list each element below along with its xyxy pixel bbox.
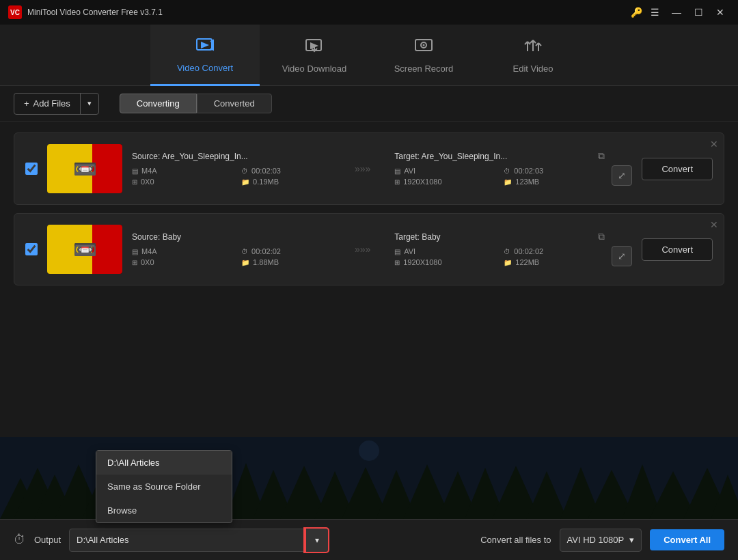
minimize-button[interactable]: —: [667, 4, 686, 20]
file-1-source-resolution: ⊞ 0X0: [132, 178, 233, 186]
file-1-source-format: ▤ M4A: [132, 167, 233, 175]
nav-video-convert-label: Video Convert: [177, 63, 233, 73]
file-2-source-label: Source: Baby: [132, 232, 342, 242]
format-icon: ▤: [132, 167, 138, 175]
file-2-target: ⧉ Target: Baby ▤ AVI ⏱ 00:02:02 ⊞ 19: [394, 232, 605, 266]
convert-all-files-label: Convert all files to: [480, 535, 551, 545]
f2-target-clock-icon: ⏱: [504, 248, 510, 255]
f2-size-icon: 📁: [241, 259, 249, 266]
add-files-label: Add Files: [33, 98, 70, 109]
f2-format-icon: ▤: [132, 248, 138, 255]
file-1-thumbnail: 📼: [47, 144, 122, 193]
nav-edit-video[interactable]: Edit Video: [478, 25, 588, 86]
license-key-icon[interactable]: 🔑: [631, 7, 642, 18]
file-2-source-resolution: ⊞ 0X0: [132, 258, 233, 266]
edit-video-icon: [523, 36, 543, 59]
tab-group: Converting Converted: [120, 94, 272, 113]
file-card-1: 📼 Source: Are_You_Sleeping_In... ▤ M4A ⏱…: [14, 132, 724, 205]
convert-all-button[interactable]: Convert All: [650, 529, 724, 550]
file-2-target-format: ▤ AVI: [394, 247, 495, 255]
menu-button[interactable]: ☰: [645, 4, 664, 20]
file-2-target-label: Target: Baby: [394, 232, 605, 242]
target-format-icon: ▤: [394, 167, 400, 175]
clock-icon: ⏱: [241, 167, 248, 175]
file-1-target-meta: ▤ AVI ⏱ 00:02:03 ⊞ 1920X1080 📁 123MB: [394, 167, 605, 186]
arrow-divider-1: »»»: [349, 162, 387, 176]
format-value: AVI HD 1080P: [567, 535, 625, 545]
file-1-target-label: Target: Are_You_Sleeping_In...: [394, 152, 605, 161]
tab-converting[interactable]: Converting: [120, 94, 197, 113]
size-icon: 📁: [241, 178, 249, 186]
main-content: 📼 Source: Are_You_Sleeping_In... ▤ M4A ⏱…: [0, 122, 738, 456]
title-bar-controls: 🔑 ☰ — ☐ ✕: [631, 4, 730, 20]
app-title: MiniTool Video Converter Free v3.7.1: [27, 8, 163, 17]
file-2-convert-button[interactable]: Convert: [642, 238, 713, 261]
add-files-button[interactable]: + Add Files ▾: [14, 93, 99, 115]
dropdown-item-same-as-source[interactable]: Same as Source Folder: [96, 475, 232, 499]
dropdown-item-all-articles[interactable]: D:\All Articles: [96, 451, 232, 475]
file-1-convert-button[interactable]: Convert: [642, 158, 713, 180]
title-bar-left: VC MiniTool Video Converter Free v3.7.1: [8, 5, 163, 19]
format-select[interactable]: AVI HD 1080P ▾: [560, 529, 642, 552]
file-1-close-button[interactable]: ✕: [710, 139, 718, 150]
file-1-source-label: Source: Are_You_Sleeping_In...: [132, 152, 342, 161]
target-size-icon: 📁: [504, 178, 512, 186]
bottom-bar: ⏱ Output ▾ Convert all files to AVI HD 1…: [0, 519, 738, 560]
close-button[interactable]: ✕: [711, 4, 730, 20]
dropdown-item-browse[interactable]: Browse: [96, 499, 232, 522]
nav-video-convert[interactable]: Video Convert: [150, 25, 260, 86]
svg-point-4: [423, 44, 425, 46]
file-2-target-resolution: ⊞ 1920X1080: [394, 258, 495, 266]
target-clock-icon: ⏱: [504, 167, 510, 175]
svg-text:»»»: »»»: [355, 163, 371, 174]
cassette-icon-2: 📼: [73, 238, 97, 261]
f2-target-res-icon: ⊞: [394, 259, 400, 266]
add-files-dropdown-arrow[interactable]: ▾: [81, 94, 98, 114]
file-1-target-resolution: ⊞ 1920X1080: [394, 178, 495, 186]
file-2-resize-button[interactable]: ⤢: [612, 246, 632, 266]
file-2-source: Source: Baby ▤ M4A ⏱ 00:02:02 ⊞ 0X0: [132, 232, 342, 266]
output-path-wrap: ▾: [69, 529, 329, 552]
f2-target-size-icon: 📁: [504, 259, 512, 266]
title-bar: VC MiniTool Video Converter Free v3.7.1 …: [0, 0, 738, 25]
toolbar: + Add Files ▾ Converting Converted: [0, 86, 738, 122]
video-download-icon: [305, 36, 324, 59]
f2-target-format-icon: ▤: [394, 248, 400, 255]
output-path-input[interactable]: [70, 535, 305, 545]
file-1-checkbox[interactable]: [25, 163, 38, 175]
file-2-thumbnail: 📼: [47, 225, 122, 274]
nav-bar: Video Convert Video Download Screen Reco…: [0, 25, 738, 86]
file-2-source-size: 📁 1.88MB: [241, 258, 342, 266]
file-2-info: Source: Baby ▤ M4A ⏱ 00:02:02 ⊞ 0X0: [132, 232, 632, 266]
file-1-target-size: 📁 123MB: [504, 178, 605, 186]
file-2-target-meta: ▤ AVI ⏱ 00:02:02 ⊞ 1920X1080 📁 122MB: [394, 247, 605, 266]
maximize-button[interactable]: ☐: [689, 4, 708, 20]
f2-clock-icon: ⏱: [241, 248, 248, 255]
file-2-close-button[interactable]: ✕: [710, 219, 718, 230]
add-files-main[interactable]: + Add Files: [14, 94, 81, 114]
nav-screen-record[interactable]: Screen Record: [369, 25, 478, 86]
file-1-resize-button[interactable]: ⤢: [612, 165, 632, 186]
f2-res-icon: ⊞: [132, 259, 137, 266]
file-1-target: ⧉ Target: Are_You_Sleeping_In... ▤ AVI ⏱…: [394, 152, 605, 186]
file-1-target-edit-button[interactable]: ⧉: [598, 150, 605, 162]
file-2-target-edit-button[interactable]: ⧉: [598, 231, 605, 242]
nav-edit-video-label: Edit Video: [512, 64, 553, 74]
target-resolution-icon: ⊞: [394, 178, 400, 186]
output-dropdown-button[interactable]: ▾: [305, 529, 328, 552]
file-2-target-duration: ⏱ 00:02:02: [504, 247, 605, 255]
plus-icon: +: [24, 98, 29, 109]
format-arrow-icon: ▾: [629, 535, 634, 545]
file-card-2: 📼 Source: Baby ▤ M4A ⏱ 00:02:02: [14, 213, 724, 285]
app-logo: VC: [8, 5, 22, 19]
nav-screen-record-label: Screen Record: [394, 64, 454, 74]
file-2-source-meta: ▤ M4A ⏱ 00:02:02 ⊞ 0X0 📁 1.88MB: [132, 247, 342, 266]
file-1-source-meta: ▤ M4A ⏱ 00:02:03 ⊞ 0X0 📁 0.19MB: [132, 167, 342, 186]
file-1-target-format: ▤ AVI: [394, 167, 495, 175]
file-2-checkbox[interactable]: [25, 243, 38, 255]
tab-converted[interactable]: Converted: [197, 94, 272, 113]
cassette-icon-1: 📼: [73, 158, 97, 180]
file-2-source-format: ▤ M4A: [132, 247, 233, 255]
nav-video-download[interactable]: Video Download: [260, 25, 369, 86]
file-1-target-duration: ⏱ 00:02:03: [504, 167, 605, 175]
